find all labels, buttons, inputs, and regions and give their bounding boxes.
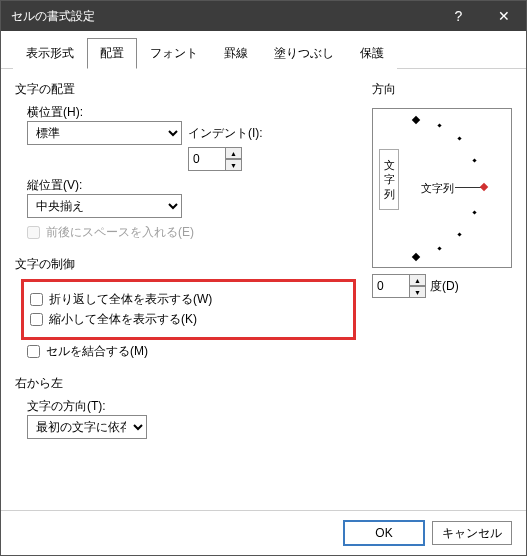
orientation-point[interactable] xyxy=(472,210,476,214)
tab-number[interactable]: 表示形式 xyxy=(13,38,87,69)
horizontal-label: 横位置(H): xyxy=(27,104,356,121)
degree-spinner[interactable]: ▲ ▼ xyxy=(372,274,426,298)
right-column: 方向 文字列 文字列 xyxy=(372,79,512,500)
control-section-label: 文字の制御 xyxy=(15,254,356,279)
tab-border[interactable]: 罫線 xyxy=(211,38,261,69)
orientation-point-bottom[interactable] xyxy=(412,253,420,261)
orientation-control[interactable]: 文字列 文字列 xyxy=(372,108,512,268)
close-button[interactable]: ✕ xyxy=(481,1,526,31)
help-button[interactable]: ? xyxy=(436,1,481,31)
orientation-point[interactable] xyxy=(437,246,441,250)
justify-label: 前後にスペースを入れる(E) xyxy=(46,224,194,241)
text-direction-select[interactable]: 最初の文字に依存 xyxy=(27,415,147,439)
merge-label: セルを結合する(M) xyxy=(46,343,148,360)
orientation-point[interactable] xyxy=(472,158,476,162)
cancel-button[interactable]: キャンセル xyxy=(432,521,512,545)
orientation-point-top[interactable] xyxy=(412,116,420,124)
orientation-horiz-text: 文字列 xyxy=(421,181,454,196)
merge-checkbox-input[interactable] xyxy=(27,345,40,358)
orientation-point[interactable] xyxy=(457,232,461,236)
rtl-group: 右から左 文字の方向(T): 最初の文字に依存 xyxy=(15,373,356,445)
wrap-checkbox-input[interactable] xyxy=(30,293,43,306)
wrap-text-checkbox[interactable]: 折り返して全体を表示する(W) xyxy=(30,291,347,308)
shrink-fit-checkbox[interactable]: 縮小して全体を表示する(K) xyxy=(30,311,347,328)
degree-row: ▲ ▼ 度(D) xyxy=(372,274,512,298)
orientation-point[interactable] xyxy=(437,123,441,127)
tab-fill[interactable]: 塗りつぶし xyxy=(261,38,347,69)
highlight-box: 折り返して全体を表示する(W) 縮小して全体を表示する(K) xyxy=(21,279,356,340)
tab-protection[interactable]: 保護 xyxy=(347,38,397,69)
indent-down-icon[interactable]: ▼ xyxy=(226,159,242,171)
vertical-label: 縦位置(V): xyxy=(27,177,356,194)
text-direction-label: 文字の方向(T): xyxy=(27,398,356,415)
indent-spinner[interactable]: ▲ ▼ xyxy=(188,147,242,171)
dialog-footer: OK キャンセル xyxy=(1,510,526,555)
shrink-label: 縮小して全体を表示する(K) xyxy=(49,311,197,328)
tab-strip: 表示形式 配置 フォント 罫線 塗りつぶし 保護 xyxy=(1,31,526,69)
orientation-section-label: 方向 xyxy=(372,79,512,104)
wrap-label: 折り返して全体を表示する(W) xyxy=(49,291,212,308)
degree-label: 度(D) xyxy=(430,278,459,295)
indent-input[interactable] xyxy=(188,147,226,171)
dialog-title: セルの書式設定 xyxy=(11,8,436,25)
degree-up-icon[interactable]: ▲ xyxy=(410,274,426,286)
tab-alignment[interactable]: 配置 xyxy=(87,38,137,69)
indent-label: インデント(I): xyxy=(188,125,263,142)
titlebar: セルの書式設定 ? ✕ xyxy=(1,1,526,31)
orientation-point-active[interactable] xyxy=(480,183,488,191)
indent-up-icon[interactable]: ▲ xyxy=(226,147,242,159)
justify-checkbox-input xyxy=(27,226,40,239)
left-column: 文字の配置 横位置(H): 標準 インデント(I): xyxy=(15,79,356,500)
tab-font[interactable]: フォント xyxy=(137,38,211,69)
alignment-section-label: 文字の配置 xyxy=(15,79,356,104)
shrink-checkbox-input[interactable] xyxy=(30,313,43,326)
degree-down-icon[interactable]: ▼ xyxy=(410,286,426,298)
justify-distributed-checkbox: 前後にスペースを入れる(E) xyxy=(27,224,356,241)
dialog-content: 文字の配置 横位置(H): 標準 インデント(I): xyxy=(1,69,526,510)
orientation-point[interactable] xyxy=(457,136,461,140)
vertical-select[interactable]: 中央揃え xyxy=(27,194,182,218)
rtl-section-label: 右から左 xyxy=(15,373,356,398)
merge-cells-checkbox[interactable]: セルを結合する(M) xyxy=(27,343,356,360)
ok-button[interactable]: OK xyxy=(344,521,424,545)
text-alignment-group: 文字の配置 横位置(H): 標準 インデント(I): xyxy=(15,79,356,244)
degree-input[interactable] xyxy=(372,274,410,298)
orientation-vertical-text[interactable]: 文字列 xyxy=(379,149,399,210)
text-control-group: 文字の制御 折り返して全体を表示する(W) 縮小して全体を表示する(K) xyxy=(15,254,356,363)
orientation-line xyxy=(455,187,483,188)
dialog-window: セルの書式設定 ? ✕ 表示形式 配置 フォント 罫線 塗りつぶし 保護 文字の… xyxy=(0,0,527,556)
horizontal-select[interactable]: 標準 xyxy=(27,121,182,145)
